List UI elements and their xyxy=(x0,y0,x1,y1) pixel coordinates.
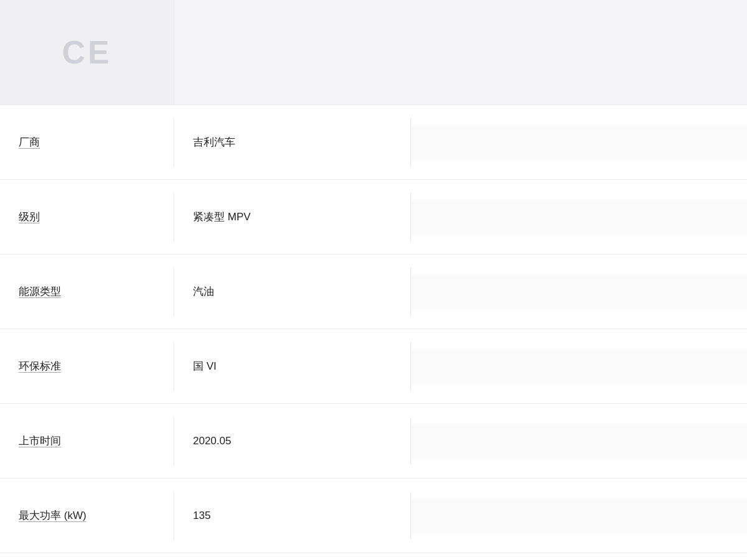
label-manufacturer: 厂商 xyxy=(0,118,174,167)
value-max-power: 135 xyxy=(174,492,411,539)
table-row: 厂商 吉利汽车 xyxy=(0,105,747,180)
ce-logo: CE xyxy=(0,0,174,105)
extra-energy xyxy=(411,274,747,309)
value-manufacturer: 吉利汽车 xyxy=(174,118,411,167)
value-class: 紧凑型 MPV xyxy=(174,192,411,241)
label-energy: 能源类型 xyxy=(0,267,174,316)
specs-table: 厂商 吉利汽车 级别 紧凑型 MPV 能源类型 汽油 环保标准 国 VI xyxy=(0,105,747,560)
table-row: 最大扭矩 (N· 300 xyxy=(0,553,747,560)
extra-manufacturer xyxy=(411,125,747,160)
value-launch-date: 2020.05 xyxy=(174,418,411,465)
label-launch-date: 上市时间 xyxy=(0,416,174,465)
label-emission: 环保标准 xyxy=(0,342,174,391)
label-max-power: 最大功率 (kW) xyxy=(0,491,174,540)
table-row: 能源类型 汽油 xyxy=(0,254,747,329)
table-row: 环保标准 国 VI xyxy=(0,329,747,404)
table-row: 上市时间 2020.05 xyxy=(0,404,747,478)
extra-emission xyxy=(411,349,747,384)
ce-right-area xyxy=(174,0,747,105)
extra-launch-date xyxy=(411,424,747,459)
value-emission: 国 VI xyxy=(174,342,411,391)
extra-max-power xyxy=(411,498,747,533)
table-row: 级别 紧凑型 MPV xyxy=(0,180,747,254)
label-class: 级别 xyxy=(0,192,174,241)
ce-header-block: CE xyxy=(0,0,747,105)
value-energy: 汽油 xyxy=(174,267,411,316)
extra-class xyxy=(411,200,747,235)
table-row: 最大功率 (kW) 135 xyxy=(0,478,747,553)
